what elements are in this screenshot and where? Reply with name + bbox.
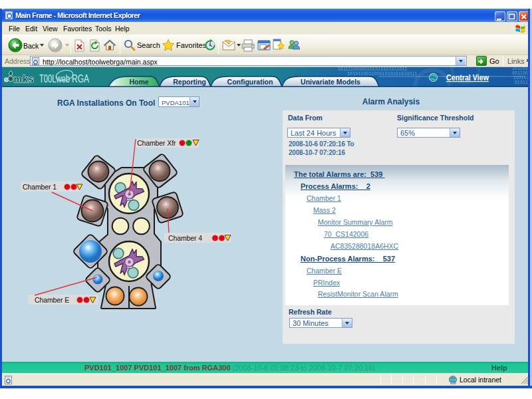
- svg-text:Reporting: Reporting: [173, 78, 206, 86]
- svg-text:001100: 001100: [512, 70, 528, 75]
- svg-text:Chamber E: Chamber E: [35, 296, 69, 304]
- svg-text:Central View: Central View: [446, 73, 489, 82]
- svg-text:Univariate Models: Univariate Models: [301, 78, 360, 86]
- svg-text:Chamber Xfr: Chamber Xfr: [137, 139, 176, 147]
- svg-text:T00Lweb: T00Lweb: [39, 72, 70, 85]
- svg-text:10111100000101010101011011: 10111100000101010101011011: [338, 66, 408, 71]
- svg-text:RGA: RGA: [72, 72, 89, 85]
- svg-text:110101: 110101: [513, 75, 529, 80]
- svg-text:Configuration: Configuration: [227, 78, 273, 86]
- svg-text:Chamber 4: Chamber 4: [168, 234, 202, 242]
- svg-text:mks: mks: [14, 74, 34, 84]
- svg-text:Chamber 1: Chamber 1: [23, 183, 57, 191]
- svg-text:Home: Home: [129, 78, 148, 86]
- svg-text:10101100110001010101010011: 10101100110001010101010011: [347, 71, 418, 76]
